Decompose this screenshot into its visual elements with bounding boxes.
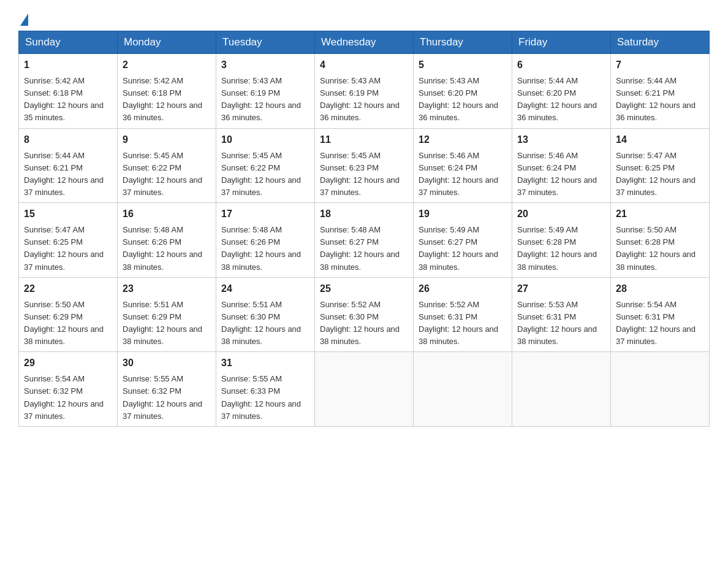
weekday-header-wednesday: Wednesday [315, 31, 414, 54]
day-info: Sunrise: 5:47 AMSunset: 6:25 PMDaylight:… [616, 150, 704, 199]
day-info: Sunrise: 5:48 AMSunset: 6:27 PMDaylight:… [320, 224, 408, 274]
day-info: Sunrise: 5:52 AMSunset: 6:30 PMDaylight:… [320, 299, 408, 348]
weekday-header-row: SundayMondayTuesdayWednesdayThursdayFrid… [19, 31, 710, 54]
calendar-cell: 6Sunrise: 5:44 AMSunset: 6:20 PMDaylight… [512, 54, 611, 129]
weekday-header-saturday: Saturday [611, 31, 710, 54]
day-number: 31 [221, 356, 309, 370]
day-info: Sunrise: 5:50 AMSunset: 6:28 PMDaylight:… [616, 224, 704, 274]
day-number: 29 [24, 356, 112, 370]
day-info: Sunrise: 5:45 AMSunset: 6:22 PMDaylight:… [221, 150, 309, 199]
calendar-cell [512, 352, 611, 427]
weekday-header-thursday: Thursday [414, 31, 512, 54]
day-number: 14 [616, 132, 704, 147]
calendar-cell: 11Sunrise: 5:45 AMSunset: 6:23 PMDayligh… [315, 128, 414, 203]
calendar-cell: 25Sunrise: 5:52 AMSunset: 6:30 PMDayligh… [315, 277, 414, 352]
calendar-cell: 1Sunrise: 5:42 AMSunset: 6:18 PMDaylight… [19, 54, 118, 129]
calendar-cell [611, 352, 710, 427]
day-info: Sunrise: 5:55 AMSunset: 6:32 PMDaylight:… [123, 373, 211, 423]
day-number: 3 [221, 58, 309, 72]
day-info: Sunrise: 5:44 AMSunset: 6:21 PMDaylight:… [616, 75, 704, 124]
day-number: 27 [517, 282, 605, 296]
day-info: Sunrise: 5:46 AMSunset: 6:24 PMDaylight:… [419, 150, 507, 199]
day-number: 7 [616, 58, 704, 72]
calendar-cell: 23Sunrise: 5:51 AMSunset: 6:29 PMDayligh… [118, 277, 216, 352]
calendar-cell [315, 352, 414, 427]
day-info: Sunrise: 5:42 AMSunset: 6:18 PMDaylight:… [24, 75, 112, 124]
day-number: 5 [419, 58, 507, 72]
calendar-cell [414, 352, 512, 427]
calendar-cell: 19Sunrise: 5:49 AMSunset: 6:27 PMDayligh… [414, 203, 512, 278]
day-info: Sunrise: 5:51 AMSunset: 6:29 PMDaylight:… [123, 299, 211, 348]
day-info: Sunrise: 5:48 AMSunset: 6:26 PMDaylight:… [221, 224, 309, 274]
calendar-cell: 13Sunrise: 5:46 AMSunset: 6:24 PMDayligh… [512, 128, 611, 203]
day-number: 23 [123, 282, 211, 296]
day-number: 13 [517, 132, 605, 147]
logo-triangle-icon [20, 13, 28, 26]
day-info: Sunrise: 5:49 AMSunset: 6:28 PMDaylight:… [517, 224, 605, 274]
calendar-cell: 30Sunrise: 5:55 AMSunset: 6:32 PMDayligh… [118, 352, 216, 427]
day-number: 8 [24, 132, 112, 147]
day-number: 12 [419, 132, 507, 147]
day-number: 19 [419, 207, 507, 221]
weekday-header-friday: Friday [512, 31, 611, 54]
day-info: Sunrise: 5:42 AMSunset: 6:18 PMDaylight:… [123, 75, 211, 124]
day-number: 9 [123, 132, 211, 147]
day-number: 26 [419, 282, 507, 296]
day-info: Sunrise: 5:45 AMSunset: 6:22 PMDaylight:… [123, 150, 211, 199]
day-info: Sunrise: 5:46 AMSunset: 6:24 PMDaylight:… [517, 150, 605, 199]
day-number: 1 [24, 58, 112, 72]
day-number: 15 [24, 207, 112, 221]
day-info: Sunrise: 5:47 AMSunset: 6:25 PMDaylight:… [24, 224, 112, 274]
week-row-1: 1Sunrise: 5:42 AMSunset: 6:18 PMDaylight… [19, 54, 710, 129]
weekday-header-tuesday: Tuesday [216, 31, 315, 54]
week-row-5: 29Sunrise: 5:54 AMSunset: 6:32 PMDayligh… [19, 352, 710, 427]
day-info: Sunrise: 5:45 AMSunset: 6:23 PMDaylight:… [320, 150, 408, 199]
week-row-2: 8Sunrise: 5:44 AMSunset: 6:21 PMDaylight… [19, 128, 710, 203]
calendar-cell: 15Sunrise: 5:47 AMSunset: 6:25 PMDayligh… [19, 203, 118, 278]
day-info: Sunrise: 5:43 AMSunset: 6:19 PMDaylight:… [221, 75, 309, 124]
calendar-cell: 27Sunrise: 5:53 AMSunset: 6:31 PMDayligh… [512, 277, 611, 352]
calendar-cell: 14Sunrise: 5:47 AMSunset: 6:25 PMDayligh… [611, 128, 710, 203]
day-info: Sunrise: 5:51 AMSunset: 6:30 PMDaylight:… [221, 299, 309, 348]
calendar-cell: 10Sunrise: 5:45 AMSunset: 6:22 PMDayligh… [216, 128, 315, 203]
day-info: Sunrise: 5:55 AMSunset: 6:33 PMDaylight:… [221, 373, 309, 423]
day-info: Sunrise: 5:48 AMSunset: 6:26 PMDaylight:… [123, 224, 211, 274]
day-number: 22 [24, 282, 112, 296]
calendar-cell: 28Sunrise: 5:54 AMSunset: 6:31 PMDayligh… [611, 277, 710, 352]
day-number: 21 [616, 207, 704, 221]
calendar-cell: 9Sunrise: 5:45 AMSunset: 6:22 PMDaylight… [118, 128, 216, 203]
day-info: Sunrise: 5:44 AMSunset: 6:21 PMDaylight:… [24, 150, 112, 199]
calendar-cell: 16Sunrise: 5:48 AMSunset: 6:26 PMDayligh… [118, 203, 216, 278]
calendar-cell: 22Sunrise: 5:50 AMSunset: 6:29 PMDayligh… [19, 277, 118, 352]
day-info: Sunrise: 5:43 AMSunset: 6:19 PMDaylight:… [320, 75, 408, 124]
page-header [18, 12, 710, 25]
day-info: Sunrise: 5:54 AMSunset: 6:31 PMDaylight:… [616, 299, 704, 348]
calendar-cell: 8Sunrise: 5:44 AMSunset: 6:21 PMDaylight… [19, 128, 118, 203]
week-row-3: 15Sunrise: 5:47 AMSunset: 6:25 PMDayligh… [19, 203, 710, 278]
day-number: 25 [320, 282, 408, 296]
day-number: 11 [320, 132, 408, 147]
calendar-cell: 31Sunrise: 5:55 AMSunset: 6:33 PMDayligh… [216, 352, 315, 427]
calendar-cell: 7Sunrise: 5:44 AMSunset: 6:21 PMDaylight… [611, 54, 710, 129]
calendar-cell: 18Sunrise: 5:48 AMSunset: 6:27 PMDayligh… [315, 203, 414, 278]
calendar-cell: 26Sunrise: 5:52 AMSunset: 6:31 PMDayligh… [414, 277, 512, 352]
calendar-cell: 17Sunrise: 5:48 AMSunset: 6:26 PMDayligh… [216, 203, 315, 278]
day-number: 18 [320, 207, 408, 221]
day-info: Sunrise: 5:54 AMSunset: 6:32 PMDaylight:… [24, 373, 112, 423]
day-info: Sunrise: 5:49 AMSunset: 6:27 PMDaylight:… [419, 224, 507, 274]
day-number: 28 [616, 282, 704, 296]
day-number: 30 [123, 356, 211, 370]
calendar-cell: 2Sunrise: 5:42 AMSunset: 6:18 PMDaylight… [118, 54, 216, 129]
day-number: 6 [517, 58, 605, 72]
day-info: Sunrise: 5:43 AMSunset: 6:20 PMDaylight:… [419, 75, 507, 124]
calendar-cell: 29Sunrise: 5:54 AMSunset: 6:32 PMDayligh… [19, 352, 118, 427]
calendar-cell: 21Sunrise: 5:50 AMSunset: 6:28 PMDayligh… [611, 203, 710, 278]
day-info: Sunrise: 5:52 AMSunset: 6:31 PMDaylight:… [419, 299, 507, 348]
week-row-4: 22Sunrise: 5:50 AMSunset: 6:29 PMDayligh… [19, 277, 710, 352]
calendar-cell: 4Sunrise: 5:43 AMSunset: 6:19 PMDaylight… [315, 54, 414, 129]
day-number: 10 [221, 132, 309, 147]
weekday-header-monday: Monday [118, 31, 216, 54]
day-number: 2 [123, 58, 211, 72]
day-info: Sunrise: 5:44 AMSunset: 6:20 PMDaylight:… [517, 75, 605, 124]
day-number: 16 [123, 207, 211, 221]
